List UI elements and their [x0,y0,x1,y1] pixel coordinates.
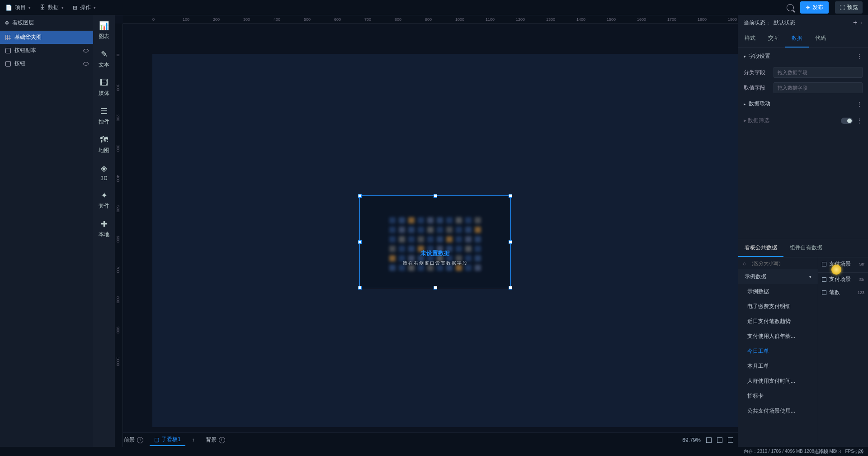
visibility-icon[interactable] [83,49,89,52]
layers-header: ❖ 看板图层 [0,15,93,31]
category-icon: ✦ [99,190,109,200]
layers-panel: ❖ 看板图层 基础华夫图按钮副本按钮 [0,15,93,447]
resize-handle[interactable] [358,240,362,244]
field-type-label: Str [859,277,864,282]
section-field-settings[interactable]: ▾字段设置 ⋮ [744,48,863,65]
field-name: 支付场景 [829,276,851,283]
properties-panel: 当前状态： 默认状态 + › 样式 交互 数据 代码 ▾字段设置 ⋮ 分类字段 … [738,15,868,447]
component-category[interactable]: 📊图表 [99,21,109,40]
resize-handle[interactable] [434,194,437,198]
resize-handle[interactable] [358,286,362,290]
ruler-vertical: 01002003004005006007008009001000 [115,24,123,447]
layer-label: 基础华夫图 [14,33,42,41]
toggle-filter[interactable] [841,118,853,124]
field-chip[interactable]: 笔数123 [818,286,868,299]
category-icon: 🎞 [99,78,109,88]
layer-item[interactable]: 按钮 [0,57,93,70]
layers-icon: ❖ [5,20,9,26]
dataset-item[interactable]: 示例数据 [738,284,818,299]
dataset-item[interactable]: 人群使用支付时间... [738,374,818,389]
resize-handle[interactable] [509,194,512,198]
field-type-label: 123 [858,290,864,295]
component-category[interactable]: ✚本地 [99,219,109,238]
fit-icon[interactable] [706,437,712,443]
add-icon[interactable]: + [219,437,225,443]
state-value[interactable]: 默认状态 [774,19,795,27]
canvas-stage[interactable]: 未设置数据 请在右侧窗口设置数据字段 [123,24,738,432]
layer-item[interactable]: 按钮副本 [0,44,93,57]
caret-right-icon: ▸ [744,102,746,106]
field-chip[interactable]: 支付场景Str [818,257,868,273]
tab-data[interactable]: 数据 [785,30,809,48]
dataset-item[interactable]: 本月工单 [738,359,818,374]
label-category-field: 分类字段 [744,69,769,76]
resize-handle[interactable] [509,240,512,244]
dataset-item[interactable]: 指标卡 [738,389,818,404]
selected-component-waffle[interactable]: 未设置数据 请在右侧窗口设置数据字段 [359,195,511,288]
layer-type-icon [5,61,11,66]
caret-down-icon: ▾ [744,54,746,59]
field-type-icon [822,262,826,266]
resize-handle[interactable] [358,194,362,198]
layer-label: 按钮副本 [14,47,36,54]
category-icon: 📊 [99,21,109,31]
tab-public-data[interactable]: 看板公共数据 [738,239,783,257]
grid-icon[interactable] [717,437,722,443]
component-category[interactable]: ✦套件 [99,190,109,210]
chevron-right-icon[interactable]: › [861,20,863,25]
tab-code[interactable]: 代码 [809,30,832,48]
data-source-header[interactable]: 示例数据 ▾ [738,269,818,284]
menu-data[interactable]: 🗄数据▾ [40,4,64,11]
section-data-linkage[interactable]: ▸数据联动 ⋮ [744,95,863,112]
status-components: 组件数：3 / 3 [814,449,841,455]
layout-icon[interactable] [728,437,733,443]
dataset-item[interactable]: 今日工单 [738,344,818,359]
data-search-input[interactable] [749,261,813,266]
field-type-label: Str [859,262,864,266]
resize-handle[interactable] [434,286,437,290]
field-chip[interactable]: 支付场景Str [818,273,868,286]
tab-own-data[interactable]: 组件自有数据 [783,239,829,257]
component-category[interactable]: 🎞媒体 [99,78,109,97]
kebab-icon[interactable]: ⋮ [856,117,863,124]
publish-button[interactable]: ✈发布 [800,1,829,14]
caret-right-icon: ▸ [744,117,748,124]
drop-value-field[interactable]: 拖入数据字段 [774,82,863,93]
tab-foreground[interactable]: 前景+ [119,434,148,446]
search-icon[interactable] [787,4,794,11]
component-category[interactable]: ◈3D [99,163,109,181]
menu-operate[interactable]: ⊞操作▾ [73,4,96,11]
dataset-item[interactable]: 近日支付笔数趋势 [738,314,818,329]
preview-button[interactable]: ⛶预览 [835,1,863,14]
category-label: 媒体 [99,90,109,97]
tab-subboard[interactable]: ▢子看板1 [150,434,185,446]
dataset-item[interactable]: 支付使用人群年龄... [738,329,818,344]
component-category[interactable]: ✎文本 [99,49,109,69]
component-category[interactable]: ☰控件 [99,106,109,126]
menu-project[interactable]: 📄项目▾ [5,4,31,11]
ruler-horizontal: 0100200300400500600700800900100011001200… [123,15,738,24]
layer-item[interactable]: 基础华夫图 [0,31,93,44]
dataset-item[interactable]: 公共支付场景使用... [738,404,818,418]
resize-handle[interactable] [509,286,512,290]
category-icon: ☰ [99,106,109,116]
category-label: 套件 [99,202,109,210]
kebab-icon[interactable]: ⋮ [856,53,863,60]
chevron-down-icon: ▾ [94,5,96,10]
add-icon[interactable]: + [137,437,143,443]
tab-add-subboard[interactable]: + [187,435,199,445]
send-icon: ✈ [806,5,810,11]
field-name: 笔数 [829,289,840,296]
tab-interact[interactable]: 交互 [762,30,785,48]
dataset-item[interactable]: 电子缴费支付明细 [738,299,818,314]
tab-style[interactable]: 样式 [738,30,762,48]
drop-category-field[interactable]: 拖入数据字段 [774,67,863,78]
kebab-icon[interactable]: ⋮ [856,100,863,108]
cursor-highlight-icon [831,265,841,275]
component-toolbar: 📊图表✎文本🎞媒体☰控件🗺地图◈3D✦套件✚本地 [93,15,115,447]
label-value-field: 取值字段 [744,84,769,92]
component-category[interactable]: 🗺地图 [99,135,109,154]
tab-background[interactable]: 背景+ [201,434,230,446]
visibility-icon[interactable] [83,62,89,66]
add-state-button[interactable]: + [853,19,857,27]
